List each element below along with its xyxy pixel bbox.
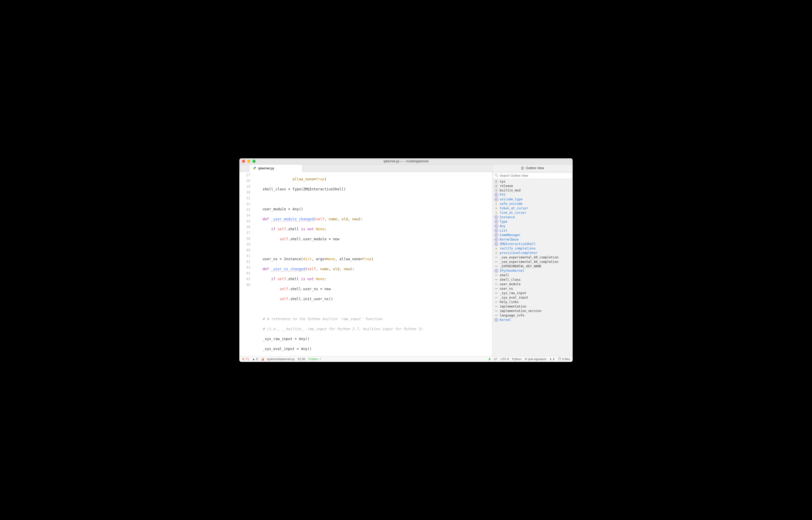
outline-panel: ☰ Outline View ⊞sys⊞release⊞builtin_modC… xyxy=(492,165,573,362)
outline-item-label: implementation xyxy=(500,305,526,308)
list-icon: ☰ xyxy=(521,166,524,170)
status-encoding[interactable]: UTF-8 xyxy=(501,358,509,361)
line-number: 29 xyxy=(239,184,254,189)
class-icon: C xyxy=(495,242,498,246)
outline-item[interactable]: 〰_use_experimental_60_completion xyxy=(492,260,573,264)
class-icon: C xyxy=(495,318,498,322)
outline-item[interactable]: ⊞release xyxy=(492,184,573,188)
outline-item-label: _use_experimental_60_completion xyxy=(500,256,558,259)
window-controls xyxy=(242,160,256,163)
line-number: 37 xyxy=(239,230,254,236)
outline-item[interactable]: λrectify_completions xyxy=(492,246,573,251)
outline-item-label: line_at_cursor xyxy=(500,211,526,214)
outline-search[interactable] xyxy=(493,173,572,179)
outline-item[interactable]: 〰user_ns xyxy=(492,287,573,291)
outline-item-label: shell_class xyxy=(500,278,521,282)
outline-item[interactable]: ⊞builtin_mod xyxy=(492,188,573,193)
outline-item[interactable]: Cunicode_type xyxy=(492,197,573,202)
outline-item-label: rectify_completions xyxy=(500,246,536,250)
line-number: 35 xyxy=(239,218,254,224)
outline-item[interactable]: CIPythonKernel xyxy=(492,269,573,273)
outline-item[interactable]: 〰implementation xyxy=(492,304,573,309)
outline-item[interactable]: CCommManager xyxy=(492,233,573,237)
class-icon: C xyxy=(495,220,498,224)
window-title: ipkernel.py — ~/code/ipykernel xyxy=(239,159,573,163)
database-icon xyxy=(558,357,561,361)
status-jedi[interactable]: Ψ jedi-signature xyxy=(525,358,547,361)
line-number: 44 xyxy=(239,270,254,276)
outline-search-input[interactable] xyxy=(500,174,570,178)
tab-label: ipkernel.py xyxy=(258,166,274,170)
class-icon: C xyxy=(495,198,498,201)
line-number: 31 xyxy=(239,195,254,201)
outline-item[interactable]: λsafe_unicode xyxy=(492,202,573,206)
fullscreen-window-button[interactable] xyxy=(252,160,256,163)
outline-item[interactable]: CInstance xyxy=(492,215,573,219)
outline-item-label: unicode_type xyxy=(500,198,523,201)
outline-item-label: Instance xyxy=(500,215,515,219)
outline-item[interactable]: 〰_use_experimental_60_completion xyxy=(492,255,573,260)
titlebar[interactable]: ipkernel.py — ~/code/ipykernel xyxy=(239,158,573,165)
outline-item-label: IPythonKernel xyxy=(500,269,524,272)
outline-item[interactable]: 〰_sys_raw_input xyxy=(492,291,573,295)
outline-item-label: help_links xyxy=(500,300,519,304)
line-number: 27 xyxy=(239,172,254,178)
outline-item[interactable]: ⊞sys xyxy=(492,179,573,184)
outline-item-label: Any xyxy=(500,224,505,228)
outline-item[interactable]: 〰shell xyxy=(492,273,573,278)
code-editor[interactable]: 2728293031323334353637383940414243444546… xyxy=(239,172,492,362)
outline-item[interactable]: 〰language_info xyxy=(492,313,573,318)
outline-item[interactable]: CAny xyxy=(492,224,573,229)
line-number-gutter: 2728293031323334353637383940414243444546 xyxy=(239,172,254,362)
outline-item-label: List xyxy=(500,229,507,232)
close-window-button[interactable] xyxy=(242,160,245,163)
outline-item[interactable]: 〰shell_class xyxy=(492,278,573,282)
variable-icon: 〰 xyxy=(495,287,498,290)
outline-item[interactable]: CList xyxy=(492,229,573,233)
status-sync[interactable]: ⬇ ⬆ xyxy=(550,358,555,361)
outline-item-label: shell xyxy=(500,274,509,277)
outline-item-label: release xyxy=(500,184,513,188)
outline-item[interactable]: CKernelBase xyxy=(492,237,573,242)
outline-item[interactable]: 〰help_links xyxy=(492,300,573,304)
outline-item[interactable]: λtoken_at_cursor xyxy=(492,206,573,211)
class-icon: C xyxy=(495,229,498,232)
class-icon: C xyxy=(495,238,498,241)
line-number: 46 xyxy=(239,282,254,288)
line-number: 36 xyxy=(239,224,254,230)
outline-item[interactable]: CType xyxy=(492,219,573,224)
svg-point-4 xyxy=(558,358,561,358)
outline-list[interactable]: ⊞sys⊞release⊞builtin_modCPY3Cunicode_typ… xyxy=(492,179,573,362)
class-icon: C xyxy=(495,233,498,237)
svg-point-2 xyxy=(495,174,497,176)
outline-item[interactable]: λline_at_cursor xyxy=(492,211,573,215)
outline-item[interactable]: CZMQInteractiveShell xyxy=(492,242,573,246)
outline-item[interactable]: CPY3 xyxy=(492,193,573,197)
tab-ipkernel[interactable]: ipkernel.py xyxy=(250,165,302,172)
status-files[interactable]: 0 files xyxy=(558,357,570,361)
outline-item[interactable]: 〰_EXPERIMENTAL_KEY_NAME xyxy=(492,264,573,269)
outline-item-label: token_at_cursor xyxy=(500,206,528,210)
svg-point-1 xyxy=(255,169,255,170)
outline-item[interactable]: CKernel xyxy=(492,318,573,322)
status-language[interactable]: Python xyxy=(512,358,522,361)
variable-icon: 〰 xyxy=(495,305,498,308)
search-icon xyxy=(495,174,498,178)
outline-item[interactable]: 〰implementation_version xyxy=(492,309,573,313)
variable-icon: 〰 xyxy=(495,300,498,304)
download-icon: ⬇ xyxy=(550,358,552,361)
code-content[interactable]: allow_none=True) shell_class = Type(ZMQI… xyxy=(254,172,492,362)
status-line-endings[interactable]: LF xyxy=(494,358,497,361)
line-number: 34 xyxy=(239,212,254,218)
line-number: 33 xyxy=(239,207,254,212)
class-icon: C xyxy=(495,269,498,272)
outline-item[interactable]: λprovisionalcompleter xyxy=(492,251,573,255)
outline-item[interactable]: 〰user_module xyxy=(492,282,573,287)
variable-icon: 〰 xyxy=(495,296,498,300)
minimize-window-button[interactable] xyxy=(247,160,250,163)
outline-item[interactable]: 〰_sys_eval_input xyxy=(492,295,573,300)
function-icon: λ xyxy=(495,206,498,210)
outline-item-label: PY3 xyxy=(500,193,505,197)
package-icon: ⊞ xyxy=(495,188,498,192)
outline-item-label: KernelBase xyxy=(500,238,519,241)
